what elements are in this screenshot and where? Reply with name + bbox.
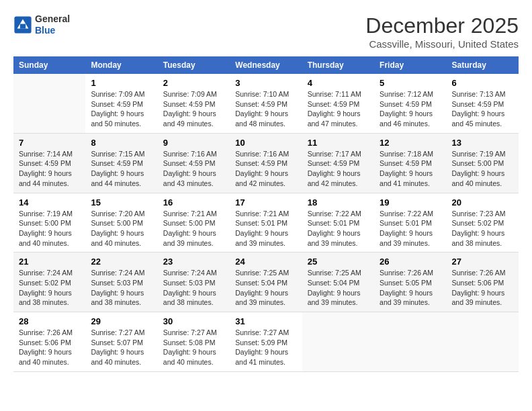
calendar-cell: 14Sunrise: 7:19 AMSunset: 5:00 PMDayligh…: [13, 193, 85, 253]
day-number: 12: [380, 138, 441, 148]
day-info: Sunrise: 7:24 AMSunset: 5:03 PMDaylight:…: [163, 268, 224, 308]
day-info: Sunrise: 7:22 AMSunset: 5:01 PMDaylight:…: [308, 209, 369, 248]
day-header-thursday: Thursday: [302, 56, 374, 74]
logo-blue: Blue: [35, 25, 70, 36]
calendar-cell: 28Sunrise: 7:26 AMSunset: 5:06 PMDayligh…: [13, 312, 85, 372]
day-info: Sunrise: 7:10 AMSunset: 4:59 PMDaylight:…: [235, 89, 296, 129]
day-number: 30: [163, 316, 224, 326]
day-number: 4: [308, 78, 369, 88]
day-number: 31: [235, 316, 296, 326]
calendar-cell: 26Sunrise: 7:26 AMSunset: 5:05 PMDayligh…: [374, 253, 446, 312]
day-info: Sunrise: 7:15 AMSunset: 4:59 PMDaylight:…: [91, 149, 152, 189]
day-header-saturday: Saturday: [447, 56, 519, 74]
calendar-cell: 15Sunrise: 7:20 AMSunset: 5:00 PMDayligh…: [85, 193, 157, 253]
day-number: 14: [19, 197, 80, 208]
day-number: 21: [19, 257, 80, 267]
day-number: 1: [91, 78, 152, 88]
calendar-cell: 18Sunrise: 7:22 AMSunset: 5:01 PMDayligh…: [302, 193, 374, 253]
calendar-cell: 2Sunrise: 7:09 AMSunset: 4:59 PMDaylight…: [158, 74, 230, 133]
day-info: Sunrise: 7:22 AMSunset: 5:01 PMDaylight:…: [380, 209, 441, 248]
calendar-cell: 12Sunrise: 7:18 AMSunset: 4:59 PMDayligh…: [374, 133, 446, 193]
calendar-cell: 8Sunrise: 7:15 AMSunset: 4:59 PMDaylight…: [85, 133, 157, 193]
calendar-cell: 20Sunrise: 7:23 AMSunset: 5:02 PMDayligh…: [447, 193, 519, 253]
day-number: 26: [380, 257, 441, 267]
calendar-cell: 6Sunrise: 7:13 AMSunset: 4:59 PMDaylight…: [447, 74, 519, 133]
day-info: Sunrise: 7:23 AMSunset: 5:02 PMDaylight:…: [452, 209, 513, 248]
calendar-cell: 5Sunrise: 7:12 AMSunset: 4:59 PMDaylight…: [374, 74, 446, 133]
logo-icon: [13, 15, 32, 34]
svg-rect-2: [20, 24, 26, 28]
day-info: Sunrise: 7:21 AMSunset: 5:00 PMDaylight:…: [163, 209, 224, 248]
day-info: Sunrise: 7:26 AMSunset: 5:06 PMDaylight:…: [452, 268, 513, 308]
calendar-cell: 23Sunrise: 7:24 AMSunset: 5:03 PMDayligh…: [158, 253, 230, 312]
title-section: December 2025 Cassville, Missouri, Unite…: [365, 13, 519, 50]
day-number: 16: [163, 197, 224, 208]
day-number: 6: [452, 78, 513, 88]
day-info: Sunrise: 7:13 AMSunset: 4:59 PMDaylight:…: [452, 89, 513, 129]
day-header-friday: Friday: [374, 56, 446, 74]
calendar-cell: 7Sunrise: 7:14 AMSunset: 4:59 PMDaylight…: [13, 133, 85, 193]
calendar-cell: 3Sunrise: 7:10 AMSunset: 4:59 PMDaylight…: [230, 74, 302, 133]
week-row-2: 7Sunrise: 7:14 AMSunset: 4:59 PMDaylight…: [13, 133, 519, 193]
day-number: 9: [163, 138, 224, 148]
calendar-cell: 19Sunrise: 7:22 AMSunset: 5:01 PMDayligh…: [374, 193, 446, 253]
day-number: 13: [452, 138, 513, 148]
day-info: Sunrise: 7:26 AMSunset: 5:05 PMDaylight:…: [380, 268, 441, 308]
day-number: 7: [19, 138, 80, 148]
day-info: Sunrise: 7:11 AMSunset: 4:59 PMDaylight:…: [308, 89, 369, 129]
calendar-cell: [13, 74, 85, 133]
calendar-cell: 24Sunrise: 7:25 AMSunset: 5:04 PMDayligh…: [230, 253, 302, 312]
day-info: Sunrise: 7:24 AMSunset: 5:03 PMDaylight:…: [91, 268, 152, 308]
day-info: Sunrise: 7:19 AMSunset: 5:00 PMDaylight:…: [452, 149, 513, 189]
calendar-cell: 9Sunrise: 7:16 AMSunset: 4:59 PMDaylight…: [158, 133, 230, 193]
day-info: Sunrise: 7:12 AMSunset: 4:59 PMDaylight:…: [380, 89, 441, 129]
day-number: 11: [308, 138, 369, 148]
day-header-sunday: Sunday: [13, 56, 85, 74]
calendar-cell: 1Sunrise: 7:09 AMSunset: 4:59 PMDaylight…: [85, 74, 157, 133]
day-info: Sunrise: 7:25 AMSunset: 5:04 PMDaylight:…: [308, 268, 369, 308]
day-header-monday: Monday: [85, 56, 157, 74]
day-number: 19: [380, 197, 441, 208]
calendar-cell: 4Sunrise: 7:11 AMSunset: 4:59 PMDaylight…: [302, 74, 374, 133]
day-number: 2: [163, 78, 224, 88]
day-info: Sunrise: 7:26 AMSunset: 5:06 PMDaylight:…: [19, 328, 80, 367]
week-row-4: 21Sunrise: 7:24 AMSunset: 5:02 PMDayligh…: [13, 253, 519, 312]
calendar-cell: 22Sunrise: 7:24 AMSunset: 5:03 PMDayligh…: [85, 253, 157, 312]
calendar-table: SundayMondayTuesdayWednesdayThursdayFrid…: [13, 56, 519, 372]
day-header-wednesday: Wednesday: [230, 56, 302, 74]
day-number: 22: [91, 257, 152, 267]
calendar-cell: 31Sunrise: 7:27 AMSunset: 5:09 PMDayligh…: [230, 312, 302, 372]
day-info: Sunrise: 7:27 AMSunset: 5:09 PMDaylight:…: [235, 328, 296, 367]
calendar-cell: 10Sunrise: 7:16 AMSunset: 4:59 PMDayligh…: [230, 133, 302, 193]
calendar-cell: 30Sunrise: 7:27 AMSunset: 5:08 PMDayligh…: [158, 312, 230, 372]
day-number: 25: [308, 257, 369, 267]
calendar-cell: 17Sunrise: 7:21 AMSunset: 5:01 PMDayligh…: [230, 193, 302, 253]
day-number: 23: [163, 257, 224, 267]
day-number: 18: [308, 197, 369, 208]
day-headers-row: SundayMondayTuesdayWednesdayThursdayFrid…: [13, 56, 519, 74]
week-row-1: 1Sunrise: 7:09 AMSunset: 4:59 PMDaylight…: [13, 74, 519, 133]
calendar-cell: 27Sunrise: 7:26 AMSunset: 5:06 PMDayligh…: [447, 253, 519, 312]
day-number: 24: [235, 257, 296, 267]
day-info: Sunrise: 7:20 AMSunset: 5:00 PMDaylight:…: [91, 209, 152, 248]
logo: General Blue: [13, 13, 70, 36]
calendar-cell: 16Sunrise: 7:21 AMSunset: 5:00 PMDayligh…: [158, 193, 230, 253]
day-info: Sunrise: 7:27 AMSunset: 5:07 PMDaylight:…: [91, 328, 152, 367]
month-title: December 2025: [365, 13, 519, 38]
day-number: 29: [91, 316, 152, 326]
calendar-cell: 11Sunrise: 7:17 AMSunset: 4:59 PMDayligh…: [302, 133, 374, 193]
day-info: Sunrise: 7:14 AMSunset: 4:59 PMDaylight:…: [19, 149, 80, 189]
day-number: 10: [235, 138, 296, 148]
day-info: Sunrise: 7:21 AMSunset: 5:01 PMDaylight:…: [235, 209, 296, 248]
day-number: 15: [91, 197, 152, 208]
day-number: 8: [91, 138, 152, 148]
day-info: Sunrise: 7:16 AMSunset: 4:59 PMDaylight:…: [163, 149, 224, 189]
day-number: 5: [380, 78, 441, 88]
header: General Blue December 2025 Cassville, Mi…: [13, 13, 519, 50]
calendar-cell: [447, 312, 519, 372]
day-info: Sunrise: 7:09 AMSunset: 4:59 PMDaylight:…: [91, 89, 152, 129]
day-info: Sunrise: 7:17 AMSunset: 4:59 PMDaylight:…: [308, 149, 369, 189]
week-row-3: 14Sunrise: 7:19 AMSunset: 5:00 PMDayligh…: [13, 193, 519, 253]
logo-text: General Blue: [35, 13, 70, 36]
day-info: Sunrise: 7:19 AMSunset: 5:00 PMDaylight:…: [19, 209, 80, 248]
